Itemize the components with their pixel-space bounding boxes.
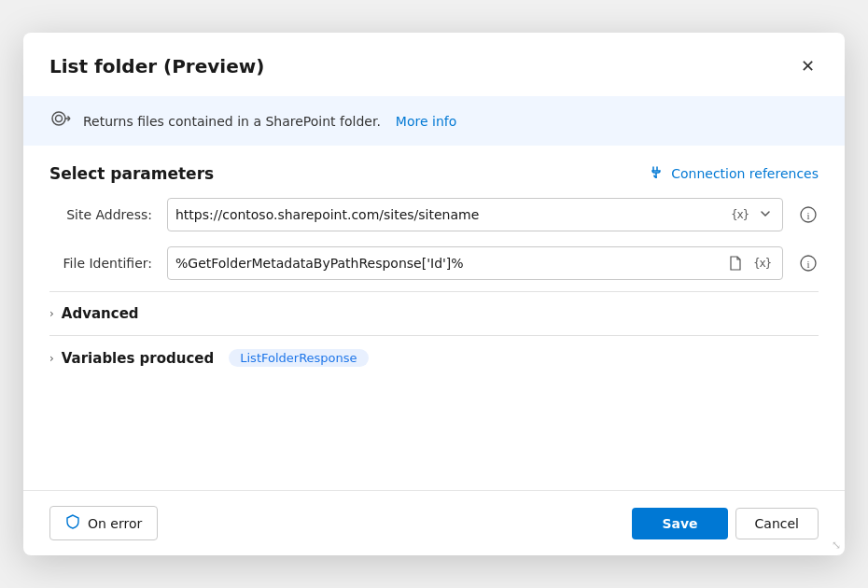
divider-1: [49, 291, 819, 292]
dropdown-button-site[interactable]: [756, 206, 775, 224]
file-identifier-input[interactable]: [175, 256, 725, 271]
chevron-down-icon-site: [760, 208, 771, 222]
sharepoint-icon: [49, 107, 72, 134]
section-header: Select parameters Connection references: [23, 146, 845, 190]
close-icon: ✕: [801, 56, 815, 77]
cancel-button[interactable]: Cancel: [735, 508, 819, 539]
shield-icon: [65, 514, 80, 532]
svg-text:i: i: [806, 259, 809, 270]
svg-text:i: i: [806, 210, 809, 221]
dialog-title: List folder (Preview): [49, 55, 264, 77]
variable-tag: ListFolderResponse: [229, 349, 368, 367]
file-identifier-label: File Identifier:: [49, 256, 152, 271]
close-button[interactable]: ✕: [792, 51, 822, 81]
file-identifier-actions: {x}: [725, 254, 775, 273]
info-banner: Returns files contained in a SharePoint …: [23, 96, 845, 146]
file-icon-button[interactable]: [725, 254, 746, 273]
curly-braces-button-site[interactable]: {x}: [727, 206, 752, 223]
section-title: Select parameters: [49, 164, 214, 183]
site-address-info-button[interactable]: i: [798, 204, 819, 225]
more-info-link[interactable]: More info: [396, 114, 456, 129]
site-address-row: Site Address: {x} i: [49, 198, 819, 231]
svg-point-0: [52, 112, 65, 125]
on-error-button[interactable]: On error: [49, 506, 158, 540]
site-address-input-wrap[interactable]: {x}: [167, 198, 783, 231]
svg-point-1: [56, 116, 63, 122]
connection-references-label: Connection references: [671, 166, 819, 181]
curly-icon-site: {x}: [731, 208, 749, 221]
site-address-input[interactable]: [175, 207, 727, 222]
variables-row[interactable]: › Variables produced ListFolderResponse: [23, 340, 845, 376]
info-banner-text: Returns files contained in a SharePoint …: [83, 114, 381, 129]
svg-point-5: [655, 176, 657, 178]
variables-chevron-icon: ›: [49, 352, 54, 365]
variables-label: Variables produced: [62, 350, 214, 367]
on-error-label: On error: [88, 516, 142, 531]
file-identifier-input-wrap[interactable]: {x}: [167, 246, 783, 280]
site-address-label: Site Address:: [49, 207, 152, 222]
save-button[interactable]: Save: [632, 508, 727, 539]
file-identifier-row: File Identifier: {x} i: [49, 246, 819, 280]
footer-right: Save Cancel: [632, 508, 819, 539]
dialog-header: List folder (Preview) ✕: [23, 33, 845, 96]
dialog-footer: On error Save Cancel: [23, 490, 845, 555]
file-identifier-info-button[interactable]: i: [798, 253, 819, 273]
advanced-label: Advanced: [62, 305, 139, 322]
plug-icon: [649, 165, 664, 183]
site-address-actions: {x}: [727, 206, 775, 224]
connection-references-button[interactable]: Connection references: [649, 165, 819, 183]
resize-handle[interactable]: ⤡: [832, 539, 841, 552]
dialog-container: List folder (Preview) ✕ Returns files co…: [23, 33, 845, 555]
divider-2: [49, 335, 819, 336]
params-area: Site Address: {x} i: [23, 190, 845, 287]
advanced-row[interactable]: › Advanced: [23, 296, 845, 331]
curly-braces-button-file[interactable]: {x}: [749, 255, 775, 272]
advanced-chevron-icon: ›: [49, 307, 54, 320]
curly-icon-file: {x}: [753, 257, 771, 270]
